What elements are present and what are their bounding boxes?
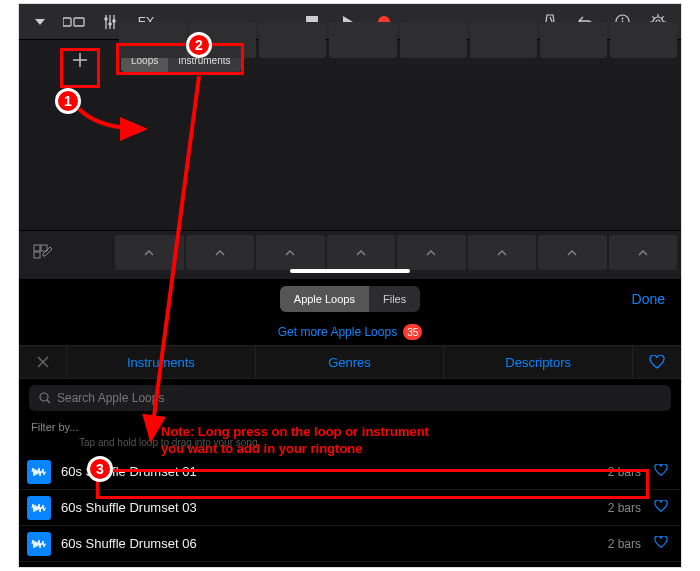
section-tab[interactable] [115,235,184,270]
loop-bars: 2 bars [608,501,641,515]
filter-by-label[interactable]: Filter by... [19,417,681,435]
filter-favorites[interactable] [633,346,681,378]
loop-row[interactable]: 60s Shuffle Drumset 03 2 bars [19,490,681,526]
waveform-icon [31,538,47,550]
heart-icon [649,355,665,370]
chevron-up-icon [144,250,154,256]
chevron-down-fill-icon [34,18,46,26]
favorite-button[interactable] [651,499,671,517]
close-filter-button[interactable] [19,346,67,378]
loop-name: 60s Shuffle Drumset 03 [61,500,598,515]
sub-toolbar: Loops Instruments [19,40,681,80]
drag-hint: Tap and hold loop to drag into your song… [19,435,681,454]
track-slot[interactable] [119,22,186,58]
svg-line-31 [47,400,50,403]
svg-point-7 [112,19,116,23]
track-slots [119,22,677,58]
loops-browser: Apple Loops Files Done Get more Apple Lo… [19,279,681,567]
favorite-button[interactable] [651,535,671,553]
search-row: Search Apple Loops [19,379,681,417]
track-area[interactable] [19,80,681,230]
chevron-up-icon [567,250,577,256]
track-slot[interactable] [610,22,677,58]
track-view-button[interactable] [57,8,91,36]
loop-waveform-icon [27,460,51,484]
section-tab[interactable] [186,235,255,270]
filter-row: Instruments Genres Descriptors [19,345,681,379]
filter-descriptors[interactable]: Descriptors [444,346,633,378]
track-slot[interactable] [189,22,256,58]
section-tab[interactable] [256,235,325,270]
loop-bars: 2 bars [608,537,641,551]
loop-name: 60s Shuffle Drumset 06 [61,536,598,551]
section-tab[interactable] [468,235,537,270]
tracks-view: FX [19,4,681,279]
sliders-icon [102,14,118,30]
svg-point-11 [621,18,623,20]
loop-bars: 2 bars [608,465,641,479]
search-input[interactable]: Search Apple Loops [29,385,671,411]
favorite-button[interactable] [651,463,671,481]
svg-rect-1 [74,18,84,26]
browser-header: Apple Loops Files Done [19,279,681,319]
loop-row[interactable]: 60s Shuffle Drumset 01 2 bars [19,454,681,490]
segment-files[interactable]: Files [369,286,420,312]
section-tab[interactable] [538,235,607,270]
source-segment[interactable]: Apple Loops Files [280,286,420,312]
loop-waveform-icon [27,532,51,556]
svg-rect-26 [41,245,47,251]
search-icon [39,392,51,404]
svg-rect-25 [34,245,40,251]
loop-row[interactable]: 60s Shuffle Drumset 06 2 bars [19,526,681,562]
search-placeholder: Search Apple Loops [57,391,164,405]
section-tab[interactable] [397,235,466,270]
filter-genres[interactable]: Genres [256,346,445,378]
tracks-icon [63,15,85,29]
get-more-label: Get more Apple Loops [278,325,397,339]
section-strip [19,230,681,274]
section-tab[interactable] [327,235,396,270]
segment-apple-loops[interactable]: Apple Loops [280,286,369,312]
svg-rect-0 [63,18,71,26]
grid-edit-icon [33,244,53,262]
chevron-up-icon [638,250,648,256]
view-dropdown[interactable] [25,8,55,36]
track-slot[interactable] [400,22,467,58]
heart-icon [654,536,668,549]
plus-icon [71,51,89,69]
heart-icon [654,464,668,477]
chevron-up-icon [497,250,507,256]
svg-line-19 [652,16,654,18]
track-slot[interactable] [329,22,396,58]
loop-waveform-icon [27,496,51,520]
chevron-up-icon [356,250,366,256]
svg-line-22 [662,16,664,18]
track-slot[interactable] [470,22,537,58]
section-tab[interactable] [609,235,678,270]
chevron-up-icon [285,250,295,256]
home-indicator [290,269,410,273]
waveform-icon [31,466,47,478]
track-slot[interactable] [540,22,607,58]
get-more-badge: 35 [403,324,422,340]
track-slot[interactable] [259,22,326,58]
svg-point-5 [104,17,108,21]
add-track-button[interactable] [65,45,95,75]
get-more-loops-link[interactable]: Get more Apple Loops 35 [19,319,681,345]
chevron-up-icon [215,250,225,256]
svg-point-30 [40,393,48,401]
filter-instruments[interactable]: Instruments [67,346,256,378]
chevron-up-icon [426,250,436,256]
velocity-edit-button[interactable] [19,231,67,275]
loop-name: 60s Shuffle Drumset 01 [61,464,598,479]
done-button[interactable]: Done [632,279,665,319]
heart-icon [654,500,668,513]
waveform-icon [31,502,47,514]
svg-rect-27 [34,252,40,258]
close-icon [36,355,50,369]
svg-point-6 [108,22,112,26]
